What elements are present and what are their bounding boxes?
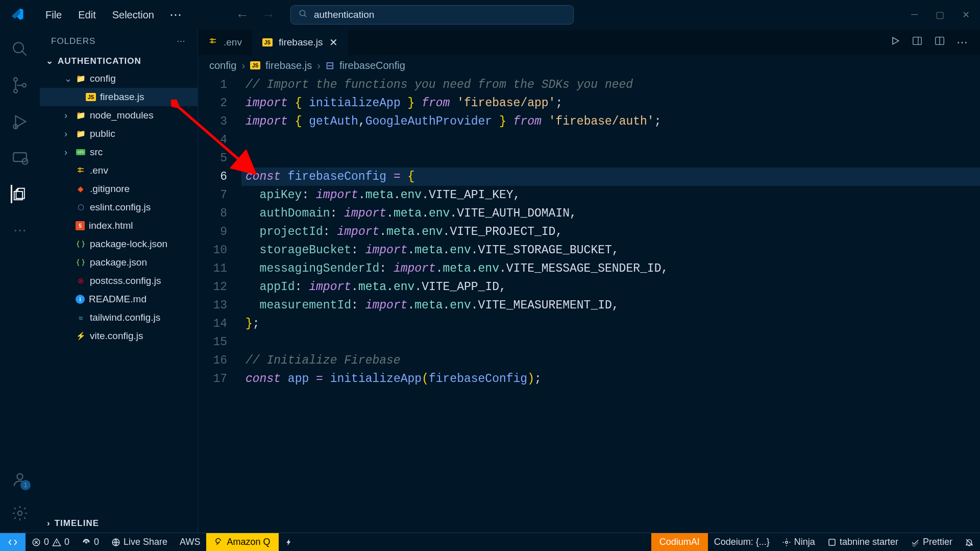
line-number: 4 (198, 131, 227, 149)
split-editor-icon[interactable] (934, 35, 945, 50)
line-number: 10 (198, 241, 227, 259)
activity-explorer-icon[interactable] (11, 185, 29, 203)
status-codeium[interactable]: Codeium: {...} (708, 537, 776, 547)
timeline-section[interactable]: › TIMELINE (40, 514, 198, 533)
code-line[interactable]: // Import the functions you need from th… (241, 76, 980, 94)
code-line[interactable]: storageBucket: import.meta.env.VITE_STOR… (241, 241, 980, 259)
status-liveshare[interactable]: Live Share (105, 537, 174, 547)
status-errors[interactable]: 0 0 (26, 537, 76, 547)
warnings-count: 0 (64, 537, 69, 547)
file-package.json[interactable]: package.json (40, 253, 198, 272)
file-index.html[interactable]: 5index.html (40, 217, 198, 235)
tree-item-label: public (90, 128, 115, 139)
code-line[interactable]: import { initializeApp } from 'firebase/… (241, 94, 980, 112)
status-bolt-icon[interactable] (279, 538, 299, 546)
tree-item-label: tailwind.config.js (90, 312, 160, 323)
code-line[interactable]: const app = initializeApp(firebaseConfig… (241, 370, 980, 388)
vscode-logo-icon (9, 7, 24, 22)
code-line[interactable]: messagingSenderId: import.meta.env.VITE_… (241, 259, 980, 278)
svg-point-12 (18, 511, 22, 516)
breadcrumb-file[interactable]: firebase.js (265, 60, 312, 71)
breadcrumb-sep-icon: › (241, 60, 245, 71)
code-line[interactable] (241, 333, 980, 351)
menu-file[interactable]: File (37, 7, 70, 23)
activity-settings-icon[interactable] (11, 504, 29, 522)
file-firebase.js[interactable]: JSfirebase.js (40, 88, 198, 106)
svg-rect-8 (13, 153, 27, 161)
code-line[interactable]: authDomain: import.meta.env.VITE_AUTH_DO… (241, 204, 980, 223)
status-bell-icon[interactable] (959, 538, 980, 547)
remote-indicator-icon[interactable] (0, 533, 26, 551)
chevron-icon: › (64, 110, 71, 121)
breadcrumb-folder[interactable]: config (209, 60, 236, 71)
status-ninja[interactable]: Ninja (776, 537, 821, 547)
status-aws[interactable]: AWS (174, 537, 206, 547)
activity-sourcecontrol-icon[interactable] (11, 76, 29, 94)
code-line[interactable]: appId: import.meta.env.VITE_APP_ID, (241, 278, 980, 296)
code-line[interactable] (241, 149, 980, 167)
file-tailwind.config.js[interactable]: ≈tailwind.config.js (40, 308, 198, 327)
status-ports[interactable]: 0 (76, 537, 105, 547)
run-icon[interactable] (890, 36, 900, 49)
status-prettier[interactable]: Prettier (904, 537, 959, 547)
code-line[interactable]: }; (241, 315, 980, 333)
window-close-icon[interactable]: ✕ (962, 9, 970, 20)
tab-firebase.js[interactable]: JSfirebase.js✕ (252, 30, 348, 55)
window-minimize-icon[interactable]: ─ (911, 9, 918, 20)
status-amazonq[interactable]: Amazon Q (206, 533, 278, 551)
file-.env[interactable]: .env (40, 161, 198, 180)
file-.gitignore[interactable]: ◆.gitignore (40, 180, 198, 198)
svg-point-2 (13, 42, 23, 53)
code-content[interactable]: // Import the functions you need from th… (241, 76, 980, 533)
activity-remote-icon[interactable] (11, 149, 29, 167)
menu-selection[interactable]: Selection (104, 7, 162, 23)
line-number: 11 (198, 259, 227, 278)
code-line[interactable]: measurementId: import.meta.env.VITE_MEAS… (241, 296, 980, 315)
file-README.md[interactable]: iREADME.md (40, 290, 198, 308)
code-line[interactable]: apiKey: import.meta.env.VITE_API_KEY, (241, 186, 980, 204)
status-tabnine[interactable]: tabnine starter (821, 537, 904, 547)
workspace-root[interactable]: ⌄ AUTHENTICATION (40, 53, 198, 69)
line-number: 9 (198, 223, 227, 241)
activity-search-icon[interactable] (11, 40, 29, 58)
activity-debug-icon[interactable] (11, 112, 29, 131)
code-line[interactable]: // Initialize Firebase (241, 351, 980, 370)
file-package-lock.json[interactable]: package-lock.json (40, 235, 198, 253)
file-eslint.config.js[interactable]: ⬡eslint.config.js (40, 198, 198, 217)
folder-public[interactable]: ›📁public (40, 125, 198, 143)
breadcrumb[interactable]: config › JS firebase.js › ⊟ firebaseConf… (198, 55, 980, 76)
editor-more-icon[interactable]: ⋯ (957, 36, 969, 49)
code-editor[interactable]: 1234567891011121314151617 // Import the … (198, 76, 980, 533)
status-codium[interactable]: CodiumAI (651, 533, 708, 551)
folder-config[interactable]: ⌄📁config (40, 69, 198, 88)
nav-forward-icon[interactable]: → (262, 7, 275, 23)
code-line[interactable]: const firebaseConfig = { (241, 167, 980, 186)
activity-more-icon[interactable]: ⋯ (11, 221, 29, 239)
nav-back-icon[interactable]: ← (236, 7, 249, 23)
folder-src[interactable]: ›</>src (40, 143, 198, 161)
titlebar: File Edit Selection ⋯ ← → authentication… (0, 0, 980, 30)
account-badge: 1 (20, 480, 31, 490)
svg-rect-36 (829, 539, 835, 545)
file-postcss.config.js[interactable]: ⊗postcss.config.js (40, 272, 198, 290)
code-line[interactable]: projectId: import.meta.env.VITE_PROJECT_… (241, 223, 980, 241)
code-line[interactable]: import { getAuth,GoogleAuthProvider } fr… (241, 112, 980, 131)
file-vite.config.js[interactable]: ⚡vite.config.js (40, 327, 198, 345)
tab-.env[interactable]: .env (198, 30, 252, 55)
menu-more-icon[interactable]: ⋯ (162, 5, 190, 25)
panel-right-icon[interactable] (912, 35, 923, 50)
menu-edit[interactable]: Edit (70, 7, 104, 23)
breadcrumb-symbol[interactable]: firebaseConfig (339, 60, 405, 71)
tab-close-icon[interactable]: ✕ (329, 36, 338, 49)
window-maximize-icon[interactable]: ▢ (936, 9, 944, 20)
code-line[interactable] (241, 131, 980, 149)
errors-count: 0 (44, 537, 49, 547)
timeline-label: TIMELINE (55, 518, 99, 529)
command-center-search[interactable]: authentication (290, 5, 574, 25)
folder-node_modules[interactable]: ›📁node_modules (40, 106, 198, 125)
chevron-down-icon: ⌄ (46, 56, 54, 66)
sidebar-more-icon[interactable]: ⋯ (177, 36, 186, 46)
tree-item-label: index.html (89, 220, 133, 231)
activity-account-icon[interactable]: 1 (11, 470, 29, 489)
sidebar-title: FOLDERS (51, 36, 95, 46)
